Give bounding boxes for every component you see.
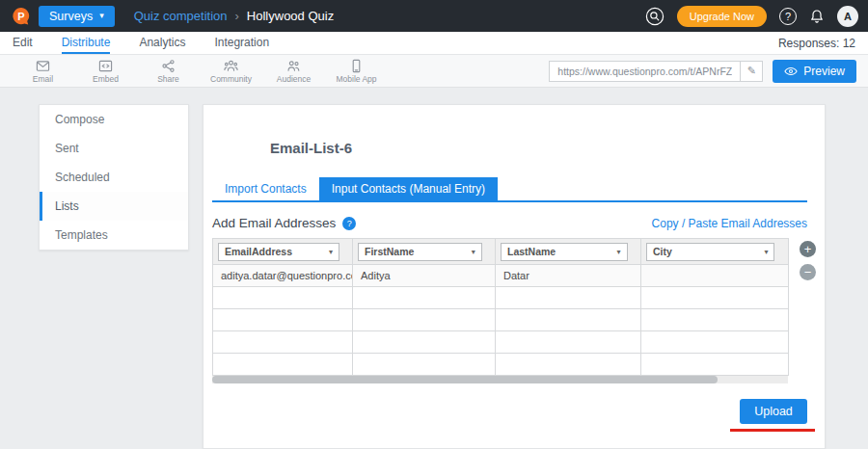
- channel-label: Embed: [93, 74, 119, 84]
- tab-integration[interactable]: Integration: [214, 32, 269, 54]
- table-row: [213, 331, 789, 354]
- share-icon: [161, 59, 176, 73]
- community-icon: [224, 59, 238, 73]
- channel-label: Email: [33, 74, 53, 84]
- cell-firstname[interactable]: [353, 331, 496, 354]
- help-tooltip-icon[interactable]: ?: [342, 217, 356, 230]
- cell-city[interactable]: [641, 287, 789, 309]
- column-select-value: EmailAddress: [225, 246, 292, 257]
- chevron-down-icon: ▾: [764, 248, 768, 256]
- contacts-table-zone: EmailAddress ▾ FirstName ▾: [212, 238, 807, 383]
- table-row: [213, 309, 789, 331]
- cell-email[interactable]: [213, 354, 353, 376]
- upload-area: Upload: [212, 399, 807, 432]
- add-row-button[interactable]: +: [800, 241, 816, 257]
- chevron-down-icon: ▾: [617, 248, 621, 256]
- topbar: P Surveys ▾ Quiz competition › Hollywood…: [0, 0, 868, 32]
- row-buttons: + −: [800, 238, 816, 280]
- questionpro-app: P Surveys ▾ Quiz competition › Hollywood…: [0, 0, 868, 449]
- questionpro-logo-icon: P: [12, 7, 31, 26]
- cell-firstname[interactable]: Aditya: [353, 265, 496, 287]
- preview-button[interactable]: Preview: [773, 60, 856, 83]
- survey-url-group: https://www.questionpro.com/t/APNrFZ ✎ P…: [549, 60, 856, 83]
- tab-distribute[interactable]: Distribute: [62, 32, 111, 54]
- channel-share[interactable]: Share: [137, 59, 200, 84]
- cell-city[interactable]: [641, 309, 789, 331]
- breadcrumb-separator: ›: [235, 9, 239, 23]
- help-icon[interactable]: ?: [779, 8, 797, 25]
- svg-text:P: P: [17, 11, 24, 22]
- chevron-down-icon: ▾: [99, 12, 104, 20]
- upload-button[interactable]: Upload: [740, 399, 807, 424]
- cell-lastname[interactable]: Datar: [496, 265, 641, 287]
- tab-edit[interactable]: Edit: [13, 32, 33, 54]
- cell-lastname[interactable]: [496, 287, 641, 309]
- cell-lastname[interactable]: [496, 309, 641, 331]
- channel-label: Audience: [277, 74, 311, 84]
- surveys-menu-button[interactable]: Surveys ▾: [39, 6, 115, 27]
- cell-city[interactable]: [641, 354, 789, 376]
- mobile-app-icon: [349, 59, 364, 73]
- column-select-value: City: [653, 246, 672, 257]
- embed-icon: [98, 59, 113, 73]
- pencil-icon: ✎: [747, 65, 756, 77]
- cell-firstname[interactable]: [353, 354, 496, 376]
- cell-firstname[interactable]: [353, 287, 496, 309]
- channel-community[interactable]: Community: [200, 59, 262, 84]
- table-row: [213, 287, 789, 309]
- channel-email[interactable]: Email: [12, 59, 74, 84]
- channel-label: Mobile App: [336, 74, 376, 84]
- sidebar-item-scheduled[interactable]: Scheduled: [40, 163, 188, 192]
- surveys-menu-label: Surveys: [49, 10, 93, 23]
- upgrade-now-button[interactable]: Upgrade Now: [677, 6, 767, 27]
- tab-import-contacts[interactable]: Import Contacts: [212, 177, 319, 200]
- sidebar-item-templates[interactable]: Templates: [40, 221, 188, 250]
- survey-url-input[interactable]: https://www.questionpro.com/t/APNrFZ: [549, 61, 740, 82]
- scrollbar-thumb[interactable]: [212, 376, 718, 383]
- column-select-city[interactable]: City ▾: [646, 243, 774, 261]
- channel-label: Share: [157, 74, 179, 84]
- copy-paste-emails-link[interactable]: Copy / Paste Email Addresses: [652, 217, 807, 230]
- column-select-firstname[interactable]: FirstName ▾: [358, 243, 482, 261]
- page-title: Email-List-6: [270, 140, 807, 156]
- avatar[interactable]: A: [837, 6, 858, 27]
- channel-audience[interactable]: Audience: [262, 59, 325, 84]
- breadcrumb-parent-link[interactable]: Quiz competition: [134, 9, 228, 23]
- edit-url-button[interactable]: ✎: [740, 61, 763, 82]
- cell-lastname[interactable]: [496, 354, 641, 376]
- breadcrumb: Quiz competition › Hollywood Quiz: [134, 9, 335, 23]
- sidebar-item-lists[interactable]: Lists: [40, 192, 188, 221]
- cell-city[interactable]: [641, 331, 789, 354]
- cell-email[interactable]: [213, 309, 353, 331]
- preview-label: Preview: [803, 65, 845, 78]
- column-header: LastName ▾: [496, 239, 641, 265]
- survey-url-text: https://www.questionpro.com/t/APNrFZ: [557, 66, 732, 77]
- eye-icon: [784, 66, 798, 76]
- search-icon[interactable]: [645, 7, 665, 26]
- horizontal-scrollbar[interactable]: [212, 376, 788, 383]
- column-select-value: FirstName: [365, 246, 414, 257]
- table-row: [213, 354, 789, 376]
- sidebar-item-compose[interactable]: Compose: [40, 105, 188, 134]
- email-sidebar: Compose Sent Scheduled Lists Templates: [39, 104, 189, 251]
- notifications-bell-icon[interactable]: [809, 9, 825, 24]
- column-header: EmailAddress ▾: [213, 239, 353, 265]
- sidebar-item-sent[interactable]: Sent: [40, 134, 188, 163]
- cell-email[interactable]: aditya.datar@questionpro.com: [213, 265, 353, 287]
- chevron-down-icon: ▾: [472, 248, 475, 256]
- channel-mobile-app[interactable]: Mobile App: [325, 59, 388, 84]
- cell-city[interactable]: [641, 265, 789, 287]
- cell-email[interactable]: [213, 331, 353, 354]
- cell-email[interactable]: [213, 287, 353, 309]
- tab-analytics[interactable]: Analytics: [139, 32, 185, 54]
- annotation-underline: [730, 429, 815, 432]
- column-select-lastname[interactable]: LastName ▾: [501, 243, 628, 261]
- remove-row-button[interactable]: −: [800, 264, 816, 280]
- cell-lastname[interactable]: [496, 331, 641, 354]
- column-select-emailaddress[interactable]: EmailAddress ▾: [218, 243, 339, 261]
- topbar-actions: Upgrade Now ? A: [645, 6, 858, 27]
- cell-firstname[interactable]: [353, 309, 496, 331]
- tab-input-contacts-manual[interactable]: Input Contacts (Manual Entry): [319, 177, 498, 200]
- email-icon: [36, 59, 50, 73]
- channel-embed[interactable]: Embed: [74, 59, 137, 84]
